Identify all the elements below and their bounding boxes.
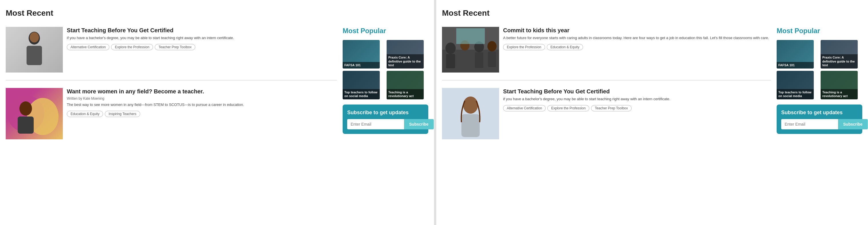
article-image-4 [442,88,499,139]
subscribe-form-left: Subscribe [347,119,424,129]
article-tags-1: Alternative Certification Explore the Pr… [67,44,234,50]
article-title-1[interactable]: Start Teaching Before You Get Certified [67,27,234,34]
popular-label-fafsa-left: FAFSA 101 [343,62,380,68]
svg-rect-10 [446,54,455,68]
article-desc-2: The best way to see more women in any fi… [67,102,244,107]
tag-edu-equity-right[interactable]: Education & Equity [547,44,583,50]
svg-point-9 [445,42,456,54]
most-recent-title-left: Most Recent [6,8,428,18]
article-image-1 [6,27,63,72]
most-popular-title-right: Most Popular [777,27,862,35]
popular-grid-right: FAFSA 101 Praxis Core: A definitive guid… [777,40,862,99]
article-content-1: Start Teaching Before You Get Certified … [67,27,234,72]
subscribe-box-right: Subscribe to get updates Subscribe [777,104,862,134]
popular-label-revolutionary-right: Teaching is a revolutionary act [820,89,858,99]
article-title-2[interactable]: Want more women in any field? Become a t… [67,88,244,95]
svg-point-2 [30,32,39,42]
article-content-3: Commit to kids this year A better future… [503,27,769,72]
popular-label-praxis-right: Praxis Core: A definitive guide to the t… [820,54,858,68]
article-title-3[interactable]: Commit to kids this year [503,27,769,34]
email-input-left[interactable] [347,119,404,129]
most-popular-right: Most Popular FAFSA 101 Praxis Core: A de… [777,27,862,219]
panel-right: Most Recent [434,0,868,225]
article-card-4: Start Teaching Before You Get Certified … [442,88,771,139]
svg-rect-6 [18,117,34,134]
popular-label-teachers-right: Top teachers to follow on social media [777,89,814,99]
article-card-1: Start Teaching Before You Get Certified … [6,27,337,72]
most-recent-left: Start Teaching Before You Get Certified … [6,27,337,219]
popular-item-teachers-right[interactable]: Top teachers to follow on social media [777,71,814,99]
tag-alt-cert-right[interactable]: Alternative Certification [503,105,546,111]
divider-2 [442,80,771,81]
popular-label-teachers-left: Top teachers to follow on social media [343,89,380,99]
most-popular-left: Most Popular FAFSA 101 Praxis Core: A de… [343,27,428,219]
most-recent-title-right: Most Recent [442,8,862,18]
tag-explore-right2[interactable]: Explore the Profession [547,105,589,111]
article-desc-3: A better future for everyone starts with… [503,35,769,40]
popular-item-praxis-right[interactable]: Praxis Core: A definitive guide to the t… [820,40,858,68]
article-image-3 [442,27,499,72]
popular-item-revolutionary-left[interactable]: Teaching is a revolutionary act [386,71,424,99]
svg-rect-14 [475,52,484,68]
article-card-2: Want more women in any field? Become a t… [6,88,337,139]
subscribe-form-right: Subscribe [781,119,858,129]
tag-explore-right[interactable]: Explore the Profession [503,44,545,50]
popular-item-praxis-left[interactable]: Praxis Core: A definitive guide to the t… [386,40,424,68]
divider-1 [6,80,337,81]
article-card-3: Commit to kids this year A better future… [442,27,771,72]
article-desc-1: if you have a bachelor's degree, you may… [67,35,234,40]
svg-point-19 [463,97,478,114]
svg-rect-20 [461,114,480,137]
popular-item-teachers-left[interactable]: Top teachers to follow on social media [343,71,380,99]
popular-label-revolutionary-left: Teaching is a revolutionary act [386,89,424,99]
tag-explore[interactable]: Explore the Profession [111,44,153,50]
tag-teacher-prep[interactable]: Teacher Prep Toolbox [155,44,195,50]
tag-alt-cert[interactable]: Alternative Certification [67,44,110,50]
article-tags-4: Alternative Certification Explore the Pr… [503,105,671,111]
article-tags-3: Explore the Profession Education & Equit… [503,44,769,50]
tag-inspiring[interactable]: Inspiring Teachers [105,111,140,117]
svg-point-15 [487,41,497,52]
subscribe-title-right: Subscribe to get updates [781,110,858,116]
article-image-2 [6,88,63,139]
article-title-4[interactable]: Start Teaching Before You Get Certified [503,88,671,95]
popular-label-praxis-left: Praxis Core: A definitive guide to the t… [386,54,424,68]
article-byline-2: Written by Kate Moening [67,97,244,100]
article-tags-2: Education & Equity Inspiring Teachers [67,111,244,117]
subscribe-box-left: Subscribe to get updates Subscribe [343,104,428,134]
article-content-2: Want more women in any field? Become a t… [67,88,244,139]
article-desc-4: if you have a bachelor's degree, you may… [503,97,671,102]
popular-item-fafsa-right[interactable]: FAFSA 101 [777,40,814,68]
popular-item-fafsa-left[interactable]: FAFSA 101 [343,40,380,68]
tag-teacher-prep-right[interactable]: Teacher Prep Toolbox [591,105,631,111]
svg-rect-12 [461,51,469,66]
svg-rect-16 [488,52,496,67]
popular-label-fafsa-right: FAFSA 101 [777,62,814,68]
most-popular-title-left: Most Popular [343,27,428,35]
email-input-right[interactable] [781,119,838,129]
popular-grid-left: FAFSA 101 Praxis Core: A definitive guid… [343,40,428,99]
popular-item-revolutionary-right[interactable]: Teaching is a revolutionary act [820,71,858,99]
most-recent-right: Commit to kids this year A better future… [442,27,771,219]
svg-rect-1 [27,46,42,65]
panel-left: Most Recent Start Teaching Before You Ge… [0,0,434,225]
subscribe-button-left[interactable]: Subscribe [404,119,434,129]
subscribe-title-left: Subscribe to get updates [347,110,424,116]
svg-rect-17 [456,28,485,44]
article-content-4: Start Teaching Before You Get Certified … [503,88,671,139]
subscribe-button-right[interactable]: Subscribe [838,119,868,129]
tag-edu-equity[interactable]: Education & Equity [67,111,103,117]
svg-point-5 [20,101,32,116]
